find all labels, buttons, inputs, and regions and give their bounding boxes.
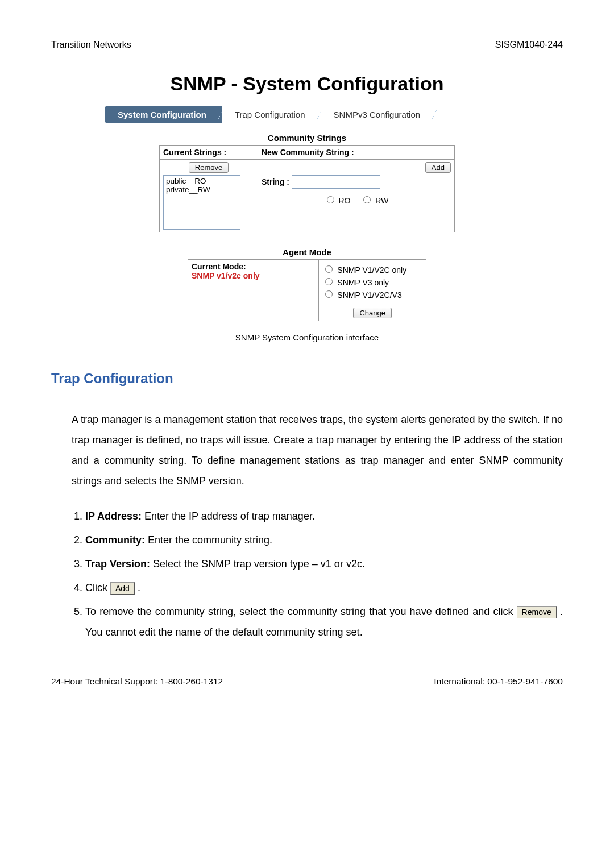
community-strings-heading: Community Strings bbox=[159, 133, 455, 143]
string-field-label: String : bbox=[262, 177, 289, 186]
radio-rw-input[interactable] bbox=[363, 196, 371, 203]
radio-rw-label: RW bbox=[375, 196, 388, 205]
community-strings-table: Current Strings : New Community String :… bbox=[159, 145, 455, 232]
list-item: IP Address: Enter the IP address of trap… bbox=[85, 506, 563, 526]
list-item[interactable]: private__RW bbox=[165, 185, 239, 194]
agent-mode-heading: Agent Mode bbox=[188, 247, 426, 257]
radio-snmp-v3-only[interactable]: SNMP V3 only bbox=[322, 276, 422, 287]
tab-snmpv3-configuration[interactable]: SNMPv3 Configuration bbox=[321, 106, 437, 123]
current-strings-listbox[interactable]: public__RO private__RW bbox=[163, 175, 240, 230]
figure-caption: SNMP System Configuration interface bbox=[51, 333, 563, 342]
step-text: Select the SNMP trap version type – v1 o… bbox=[150, 558, 365, 570]
radio-rw[interactable]: RW bbox=[360, 194, 388, 205]
inline-remove-button: Remove bbox=[517, 606, 557, 618]
radio-ro-label: RO bbox=[338, 196, 350, 205]
radio-snmp-v1v2c-only[interactable]: SNMP V1/V2C only bbox=[322, 264, 422, 275]
change-button[interactable]: Change bbox=[353, 308, 392, 318]
section-heading: Trap Configuration bbox=[51, 371, 563, 387]
radio-snmp-v1v2c-only-label: SNMP V1/V2C only bbox=[337, 265, 406, 275]
footer-left: 24-Hour Technical Support: 1-800-260-131… bbox=[51, 676, 223, 687]
agent-mode-table: Current Mode: SNMP v1/v2c only SNMP V1/V… bbox=[188, 259, 426, 321]
step-text-pre: Click bbox=[85, 582, 110, 593]
header-right: SISGM1040-244 bbox=[495, 40, 563, 50]
step-text-pre: To remove the community string, select t… bbox=[85, 606, 517, 617]
current-mode-label: Current Mode: bbox=[192, 262, 246, 271]
radio-snmp-v3-only-input[interactable] bbox=[325, 278, 333, 285]
list-item[interactable]: public__RO bbox=[165, 177, 239, 185]
list-item: Trap Version: Select the SNMP trap versi… bbox=[85, 554, 563, 574]
radio-snmp-v1v2cv3-input[interactable] bbox=[325, 290, 333, 298]
list-item: To remove the community string, select t… bbox=[85, 601, 563, 642]
remove-button[interactable]: Remove bbox=[189, 162, 229, 173]
steps-list: IP Address: Enter the IP address of trap… bbox=[51, 506, 563, 642]
footer-right: International: 00-1-952-941-7600 bbox=[434, 676, 563, 687]
body-paragraph: A trap manager is a management station t… bbox=[72, 409, 563, 491]
current-mode-value: SNMP v1/v2c only bbox=[192, 271, 260, 280]
tab-trap-configuration[interactable]: Trap Configuration bbox=[222, 106, 321, 123]
step-label: Trap Version: bbox=[85, 558, 150, 570]
header-left: Transition Networks bbox=[51, 40, 131, 50]
radio-ro-input[interactable] bbox=[327, 196, 334, 203]
radio-snmp-v3-only-label: SNMP V3 only bbox=[337, 278, 389, 287]
current-strings-label: Current Strings : bbox=[163, 148, 226, 157]
step-text: Enter the IP address of trap manager. bbox=[142, 510, 315, 522]
step-label: IP Address: bbox=[85, 510, 142, 522]
add-button[interactable]: Add bbox=[425, 162, 451, 173]
list-item: Community: Enter the community string. bbox=[85, 530, 563, 550]
radio-ro[interactable]: RO bbox=[324, 194, 351, 205]
community-string-input[interactable] bbox=[292, 175, 380, 189]
step-text-post: . bbox=[138, 582, 140, 593]
step-text: Enter the community string. bbox=[145, 534, 272, 546]
radio-snmp-v1v2cv3[interactable]: SNMP V1/V2C/V3 bbox=[322, 289, 422, 300]
step-label: Community: bbox=[85, 534, 145, 546]
radio-snmp-v1v2cv3-label: SNMP V1/V2C/V3 bbox=[337, 290, 401, 300]
new-community-string-label: New Community String : bbox=[262, 148, 354, 157]
list-item: Click Add . bbox=[85, 578, 563, 598]
tab-system-configuration[interactable]: System Configuration bbox=[105, 106, 222, 123]
tabs-bar: System Configuration Trap Configuration … bbox=[105, 106, 563, 123]
page-title: SNMP - System Configuration bbox=[51, 73, 563, 95]
inline-add-button: Add bbox=[110, 582, 135, 595]
radio-snmp-v1v2c-only-input[interactable] bbox=[325, 265, 333, 273]
